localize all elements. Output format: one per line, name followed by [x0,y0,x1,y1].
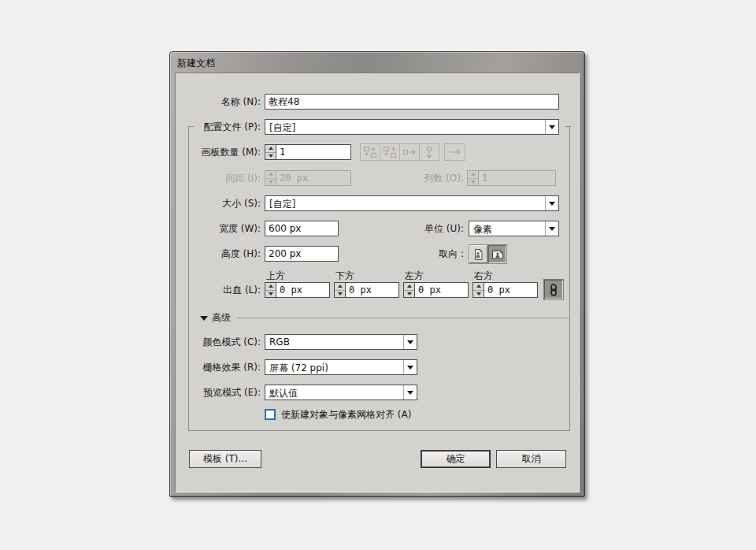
bleed-left-value: 0 px [415,283,468,297]
width-label: 宽度 (W): [176,221,261,236]
bleed-right-label: 右方 [474,270,493,281]
columns-value: 1 [479,171,555,185]
dialog-title: 新建文档 [177,57,215,70]
grid-by-row-button [360,143,380,161]
raster-effects-label: 栅格效果 (R): [176,359,261,375]
bleed-left-label: 左方 [405,270,424,281]
chevron-down-icon [545,221,558,236]
orientation-landscape-button[interactable] [488,245,506,263]
spinner-arrows-icon[interactable] [404,283,415,297]
spacing-stepper: 20 px [265,170,351,186]
spinner-arrows-icon [468,171,479,185]
color-mode-dropdown[interactable]: RGB [265,334,417,350]
spinner-arrows-icon[interactable] [473,283,484,297]
name-input[interactable] [265,94,559,110]
new-document-dialog: 新建文档 名称 (N): 配置文件 (P): [自定] 画板数量 (M): 1 [169,51,585,497]
chevron-down-icon [403,385,417,399]
dialog-body: 名称 (N): 配置文件 (P): [自定] 画板数量 (M): 1 [175,72,580,492]
pixel-grid-checkbox[interactable] [265,409,276,420]
height-input[interactable] [265,246,339,262]
bleed-left-stepper[interactable]: 0 px [403,282,469,298]
advanced-collapse-icon[interactable] [200,316,208,321]
spacing-label: 间距 (I): [176,170,261,186]
arrange-by-row-button [399,143,420,161]
bleed-link-button[interactable] [544,280,563,299]
bleed-right-stepper[interactable]: 0 px [472,282,538,298]
width-input[interactable] [265,221,339,236]
profile-dropdown[interactable]: [自定] [265,119,559,135]
color-mode-value: RGB [269,336,401,347]
bleed-top-value: 0 px [276,283,329,297]
spinner-arrows-icon [265,171,276,185]
arrange-by-column-icon [422,146,436,158]
chevron-down-icon [545,120,558,134]
columns-stepper: 1 [467,170,556,186]
raster-effects-dropdown[interactable]: 屏幕 (72 ppi) [265,359,417,375]
grid-by-row-icon [363,146,377,158]
bleed-bottom-value: 0 px [346,283,398,297]
chevron-down-icon [545,196,558,210]
spinner-arrows-icon[interactable] [265,283,276,297]
advanced-divider [237,318,570,318]
bleed-bottom-label: 下方 [335,270,354,281]
raster-effects-value: 屏幕 (72 ppi) [269,362,401,375]
profile-value: [自定] [269,121,543,135]
size-dropdown[interactable]: [自定] [265,195,559,211]
ok-button[interactable]: 确定 [421,450,491,468]
grid-by-column-button [380,143,400,161]
dialog-titlebar[interactable]: 新建文档 [170,52,584,72]
profile-label: 配置文件 (P): [176,119,261,135]
columns-label: 列数 (O): [385,170,464,186]
size-label: 大小 (S): [176,195,261,211]
chevron-down-icon [403,360,417,374]
color-mode-label: 颜色模式 (C): [176,334,261,350]
arrange-by-column-button [419,143,439,161]
artboards-label: 画板数量 (M): [176,144,261,160]
height-label: 高度 (H): [176,246,261,262]
template-button[interactable]: 模板 (T)... [189,450,261,468]
change-layout-direction-icon [448,146,462,158]
link-chain-icon [547,283,560,297]
units-label: 单位 (U): [385,221,464,236]
grid-by-column-icon [383,146,397,158]
artboards-value: 1 [276,145,350,159]
spinner-arrows-icon[interactable] [335,283,346,297]
spinner-arrows-icon[interactable] [265,145,276,159]
spacing-value: 20 px [276,171,350,185]
bleed-top-stepper[interactable]: 0 px [265,282,330,298]
cancel-button[interactable]: 取消 [496,450,566,468]
bracket-tick-right [565,126,571,127]
artboards-stepper[interactable]: 1 [265,144,351,160]
preview-mode-label: 预览模式 (E): [176,385,261,400]
size-value: [自定] [269,198,543,211]
portrait-icon [472,248,484,261]
preview-mode-dropdown[interactable]: 默认值 [265,385,417,400]
units-dropdown[interactable]: 像素 [469,221,559,236]
arrange-by-row-icon [402,146,417,158]
change-layout-direction-button [444,143,465,161]
bleed-bottom-stepper[interactable]: 0 px [334,282,399,298]
advanced-section-label[interactable]: 高级 [212,312,231,323]
landscape-icon [491,248,504,260]
orientation-portrait-button[interactable] [469,245,487,263]
orientation-label: 取向 : [385,246,464,262]
preview-mode-value: 默认值 [269,387,401,400]
bleed-label: 出血 (L): [176,282,261,298]
name-label: 名称 (N): [176,94,261,110]
bleed-top-label: 上方 [266,270,285,281]
bleed-right-value: 0 px [484,283,537,297]
pixel-grid-label: 使新建对象与像素网格对齐 (A) [281,408,411,421]
chevron-down-icon [403,335,417,349]
units-value: 像素 [473,223,543,236]
